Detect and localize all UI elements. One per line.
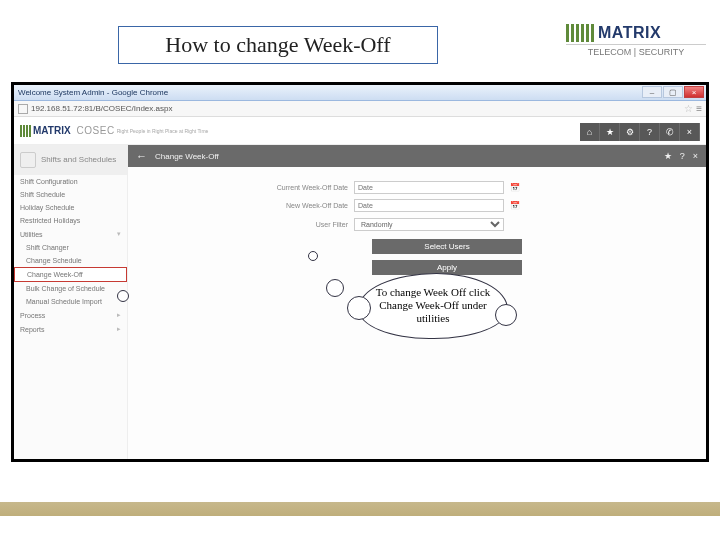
product-tagline: Right People in Right Place at Right Tim… — [117, 128, 209, 134]
favorite-icon[interactable]: ★ — [600, 123, 620, 141]
settings-icon[interactable]: ⚙ — [620, 123, 640, 141]
window-close-button[interactable]: × — [684, 86, 704, 98]
input-current-weekoff[interactable] — [354, 181, 504, 194]
browser-titlebar: Welcome System Admin - Google Chrome – ▢… — [14, 85, 706, 101]
main-panel: ← Change Week-Off ★ ? × Current Week-Off… — [128, 145, 706, 459]
sidebar-item-change-schedule[interactable]: Change Schedule — [14, 254, 127, 267]
window-minimize-button[interactable]: – — [642, 86, 662, 98]
sidebar-section-head[interactable]: Shifts and Schedules — [14, 145, 127, 175]
chevron-right-icon: ▸ — [117, 311, 121, 319]
header-close-icon[interactable]: × — [693, 151, 698, 161]
header-help-icon[interactable]: ? — [680, 151, 685, 161]
logo-bars-icon — [566, 24, 594, 42]
input-new-weekoff[interactable] — [354, 199, 504, 212]
sidebar-item-bulk-change[interactable]: Bulk Change of Schedule — [14, 282, 127, 295]
label-current-weekoff: Current Week-Off Date — [208, 184, 348, 191]
sidebar-item-holiday-schedule[interactable]: Holiday Schedule — [14, 201, 127, 214]
sidebar-item-process[interactable]: Process▸ — [14, 308, 127, 322]
chevron-right-icon: ▸ — [117, 325, 121, 333]
app-brand-name: MATRIX — [33, 125, 71, 136]
url-input[interactable] — [31, 104, 681, 113]
app-header: MATRIX COSEC Right People in Right Place… — [14, 117, 706, 145]
page-icon — [18, 104, 28, 114]
calendar-icon[interactable]: 📅 — [510, 183, 521, 192]
sidebar-item-utilities[interactable]: Utilities▾ — [14, 227, 127, 241]
cloud-anchor-bubble — [117, 290, 129, 302]
close-icon[interactable]: × — [680, 123, 700, 141]
callout-text: To change Week Off click Change Week-Off… — [376, 286, 491, 324]
matrix-logo: MATRIX TELECOM | SECURITY — [566, 22, 706, 57]
sidebar-section-title: Shifts and Schedules — [41, 156, 116, 164]
sidebar-item-restricted-holidays[interactable]: Restricted Holidays — [14, 214, 127, 227]
schedule-icon — [20, 152, 36, 168]
sidebar-item-shift-config[interactable]: Shift Configuration — [14, 175, 127, 188]
callout-cloud: To change Week Off click Change Week-Off… — [358, 273, 508, 339]
slide-title-box: How to change Week-Off — [118, 26, 438, 64]
label-user-filter: User Filter — [208, 221, 348, 228]
select-users-button[interactable]: Select Users — [372, 239, 522, 254]
phone-icon[interactable]: ✆ — [660, 123, 680, 141]
app-screenshot: Welcome System Admin - Google Chrome – ▢… — [11, 82, 709, 462]
sidebar-item-shift-schedule[interactable]: Shift Schedule — [14, 188, 127, 201]
mini-bars-icon — [20, 125, 31, 137]
window-maximize-button[interactable]: ▢ — [663, 86, 683, 98]
main-header-title: Change Week-Off — [155, 152, 219, 161]
home-icon[interactable]: ⌂ — [580, 123, 600, 141]
header-star-icon[interactable]: ★ — [664, 151, 672, 161]
cloud-bubble-icon — [326, 279, 344, 297]
logo-subtitle: TELECOM | SECURITY — [566, 44, 706, 57]
chevron-down-icon: ▾ — [117, 230, 121, 238]
bookmark-icon[interactable]: ☆ — [684, 103, 693, 114]
browser-address-bar: ☆ ≡ — [14, 101, 706, 117]
sidebar-item-manual-import[interactable]: Manual Schedule Import — [14, 295, 127, 308]
slide-footer-stripe — [0, 502, 720, 516]
app-brand: MATRIX — [20, 125, 71, 137]
form-area: Current Week-Off Date 📅 New Week-Off Dat… — [128, 167, 706, 278]
sidebar-item-change-weekoff[interactable]: Change Week-Off — [14, 267, 127, 282]
product-name: COSEC — [77, 125, 115, 136]
browser-tab-title: Welcome System Admin - Google Chrome — [18, 88, 168, 97]
sidebar-item-shift-changer[interactable]: Shift Changer — [14, 241, 127, 254]
label-new-weekoff: New Week-Off Date — [208, 202, 348, 209]
sidebar: Shifts and Schedules Shift Configuration… — [14, 145, 128, 459]
calendar-icon[interactable]: 📅 — [510, 201, 521, 210]
main-header-bar: ← Change Week-Off ★ ? × — [128, 145, 706, 167]
help-icon[interactable]: ? — [640, 123, 660, 141]
select-user-filter[interactable]: Randomly — [354, 218, 504, 231]
browser-menu-icon[interactable]: ≡ — [696, 103, 702, 114]
logo-word: MATRIX — [598, 24, 661, 42]
cloud-bubble-icon — [308, 251, 318, 261]
back-arrow-icon[interactable]: ← — [136, 150, 147, 162]
slide-title: How to change Week-Off — [165, 32, 390, 58]
sidebar-item-reports[interactable]: Reports▸ — [14, 322, 127, 336]
